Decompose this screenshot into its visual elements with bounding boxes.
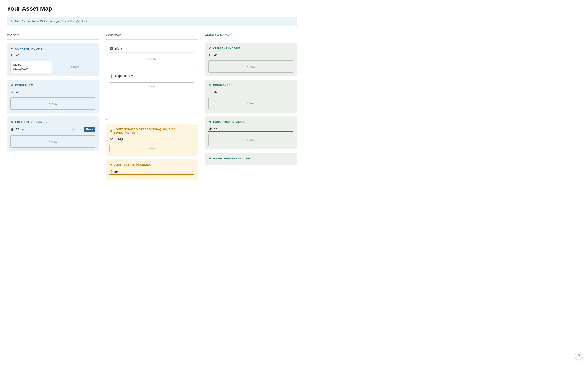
share-icon[interactable]: ⇄: [76, 128, 79, 131]
info-chevron: ▾: [121, 47, 122, 50]
asterisk-icon-ins2: ✳: [208, 83, 211, 87]
client2-us-retirement-section: ✳ US RETIREMENT ACCOUNT: [205, 153, 297, 165]
insurance-new-card-c1[interactable]: + New: [10, 97, 95, 110]
us-retirement-label-c2: US RETIREMENT ACCOUNT: [213, 157, 253, 160]
add-section-button[interactable]: + ⋮⋮: [106, 117, 198, 123]
income-new-card-c2[interactable]: + New: [208, 60, 293, 73]
client2-column: CLIENT 2 NAME ✳ CURRENT INCOME ⬇ INC + N…: [205, 33, 297, 183]
client2-us-retirement-title: ✳ US RETIREMENT ACCOUNT: [208, 156, 293, 161]
nrnqi-tab-row: ⌥ NRNQI: [109, 137, 194, 142]
salary-card[interactable]: Salary $120,000.00: [10, 61, 52, 73]
household-column: Household i Info ▾ + New 🚶 Dependent: [106, 33, 198, 183]
asterisk-icon-ci2: ✳: [208, 46, 211, 50]
inc-new-plus-c2: +: [247, 65, 248, 68]
education-new-card-c2[interactable]: + New: [208, 134, 293, 146]
client2-education-section: ✳ EDUCATION SAVINGS 🎓 ES + New: [205, 116, 297, 149]
note-plus-icon: +: [11, 19, 13, 23]
household-header: Household: [106, 33, 198, 40]
info-section-header[interactable]: i Info ▾: [109, 47, 194, 53]
add-section-plus: +: [106, 118, 108, 121]
client1-header: @Ankita: [7, 33, 99, 40]
ep-person-icon: 🚶: [109, 170, 113, 173]
ins-refresh-icon-c2: ⊖: [208, 90, 211, 94]
joint-estate-label: JOINT ESTATE PLANNING: [114, 163, 152, 166]
education-label-c2: EDUCATION SAVINGS: [213, 120, 245, 123]
note-text: Note for the clients. Welcome to your As…: [15, 20, 87, 23]
dependent-section-header[interactable]: 🚶 Dependent ▾: [109, 74, 194, 80]
ins-new-label-c2: New: [249, 102, 255, 105]
dependent-title: Dependent: [115, 74, 130, 77]
current-income-label: CURRENT INCOME: [15, 47, 42, 50]
client2-insurance-title: ✳ INSURANCE: [208, 83, 293, 87]
ep-tab-label: EP: [114, 170, 118, 173]
dependent-chevron: ▾: [131, 74, 133, 77]
inc-tab-row-c2: ⬇ INC: [208, 53, 293, 58]
ins-tab-row-c2: ⊖ INS: [208, 90, 293, 95]
es-tab-label-c2: ES: [214, 127, 217, 130]
current-income-label-c2: CURRENT INCOME: [213, 47, 240, 50]
client1-education-title: ✳ EDUCATION SAVINGS: [10, 120, 95, 124]
es-new-plus-c2: +: [247, 138, 248, 142]
client2-current-income-section: ✳ CURRENT INCOME ⬇ INC + New: [205, 43, 297, 76]
info-new-label: New: [150, 57, 156, 60]
asterisk-icon-nrnqi: ✳: [109, 129, 112, 133]
income-new-card-c1[interactable]: + New: [54, 61, 95, 73]
add-section-dots: ⋮⋮: [111, 118, 116, 121]
education-label-c1: EDUCATION SAVINGS: [15, 120, 47, 124]
salary-name: Salary: [13, 63, 49, 66]
joint-estate-title: ✳ JOINT ESTATE PLANNING: [109, 163, 194, 167]
nrnqi-new-card[interactable]: + New: [109, 144, 194, 152]
ins-tab-label-c2: INS: [213, 90, 217, 93]
es-tab-row-c1[interactable]: 🎓 ES + ⚡ ⇄ ··· New ▾: [10, 127, 95, 133]
asterisk-icon-ur2: ✳: [208, 156, 211, 161]
insurance-new-card-c2[interactable]: + New: [208, 97, 293, 109]
asset-map-columns: @Ankita ✳ CURRENT INCOME ⬇ INC Salary $1…: [7, 33, 297, 183]
joint-estate-section: ✳ JOINT ESTATE PLANNING 🚶 EP: [106, 159, 198, 180]
es-tab-label-c1: ES: [16, 128, 19, 131]
dep-new-plus: +: [148, 85, 149, 88]
es-grad-icon-c2: 🎓: [208, 127, 212, 130]
info-section: i Info ▾ + New: [106, 43, 198, 66]
client2-insurance-section: ✳ INSURANCE ⊖ INS + New: [205, 79, 297, 113]
info-icon: i: [109, 47, 113, 50]
ins-refresh-icon-c1: ⊖: [10, 90, 13, 94]
ins-new-label-c1: New: [51, 102, 57, 105]
dependent-person-icon: 🚶: [109, 74, 114, 78]
client1-current-income-title: ✳ CURRENT INCOME: [10, 47, 95, 51]
education-new-card-c1[interactable]: + New: [10, 135, 95, 147]
more-icon[interactable]: ···: [80, 128, 82, 131]
ep-tab-row: 🚶 EP: [109, 170, 194, 175]
ins-new-plus-c2: +: [247, 102, 248, 105]
asterisk-icon-es2: ✳: [208, 120, 211, 124]
es-add-icon-c1[interactable]: +: [22, 128, 24, 131]
es-new-plus-c1: +: [49, 140, 51, 143]
asterisk-icon-ep: ✳: [109, 163, 112, 167]
es-new-label-c1-2: New: [51, 140, 57, 143]
es-tab-actions: ⚡ ⇄ ··· New ▾: [72, 127, 95, 132]
es-new-label-c1: New: [86, 128, 91, 131]
info-title: Info: [114, 47, 119, 50]
joint-nrnqi-section: ✳ JOINT NON-REGISTERED/NON-QUALIFIED INV…: [106, 124, 198, 156]
es-grad-icon-c1: 🎓: [10, 128, 14, 131]
client1-current-income-section: ✳ CURRENT INCOME ⬇ INC Salary $120,000.0…: [7, 43, 99, 76]
spacer: [106, 98, 198, 115]
inc-tab-row-c1: ⬇ INC: [10, 54, 95, 58]
inc-download-icon-c1: ⬇: [10, 54, 13, 57]
insurance-label-c1: INSURANCE: [15, 84, 33, 87]
dependent-new-card[interactable]: + New: [109, 82, 194, 90]
info-new-card[interactable]: + New: [109, 55, 194, 63]
inc-new-label-c2: New: [249, 65, 255, 68]
nrnqi-tab-label: NRNQI: [115, 138, 123, 140]
ins-tab-label-c1: INS: [15, 91, 19, 94]
client2-header: CLIENT 2 NAME: [205, 33, 297, 39]
inc-tab-label-c2: INC: [213, 54, 217, 57]
income-new-label-c1: New: [73, 65, 79, 69]
es-chevron-icon: ▾: [92, 128, 93, 131]
client2-current-income-title: ✳ CURRENT INCOME: [208, 46, 293, 50]
asterisk-icon-ci1: ✳: [10, 47, 14, 51]
es-new-button-c1[interactable]: New ▾: [84, 127, 95, 132]
inc-tab-label-c1: INC: [15, 54, 19, 57]
joint-nrnqi-title: ✳ JOINT NON-REGISTERED/NON-QUALIFIED INV…: [109, 128, 194, 134]
client1-insurance-title: ✳ INSURANCE: [10, 83, 95, 87]
lightning-icon[interactable]: ⚡: [72, 128, 75, 131]
